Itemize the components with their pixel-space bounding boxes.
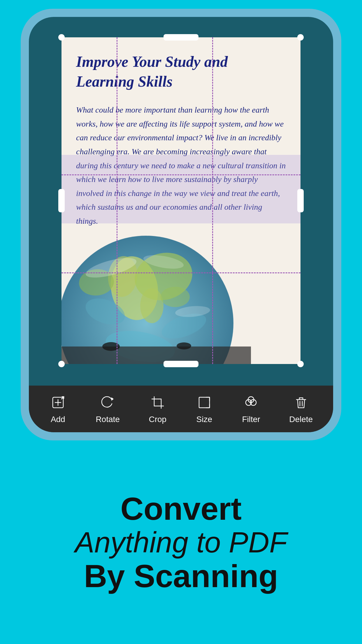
add-icon — [49, 394, 67, 411]
toolbar-item-filter[interactable]: Filter — [242, 394, 260, 424]
document-title: Improve Your Study and Learning Skills — [76, 52, 286, 91]
dashed-line-v2 — [212, 37, 213, 364]
bottom-section: Convert Anything to PDF By Scanning — [0, 440, 362, 644]
side-handle-bottom[interactable] — [164, 361, 198, 367]
phone-inner: Improve Your Study and Learning Skills W… — [29, 17, 333, 432]
svg-rect-30 — [199, 397, 210, 408]
side-handle-top[interactable] — [164, 34, 198, 41]
corner-handle-bl[interactable] — [58, 361, 65, 367]
delete-icon — [292, 394, 310, 411]
highlight-region — [61, 155, 301, 223]
phone-wrapper: Improve Your Study and Learning Skills W… — [21, 9, 341, 440]
crop-frame: Improve Your Study and Learning Skills W… — [61, 37, 301, 364]
document-page: Improve Your Study and Learning Skills W… — [61, 37, 301, 364]
screen-content: Improve Your Study and Learning Skills W… — [29, 32, 333, 386]
filter-label: Filter — [242, 415, 260, 424]
earth-globe — [61, 224, 251, 364]
convert-tagline: By Scanning — [84, 558, 278, 594]
svg-point-17 — [177, 342, 191, 349]
convert-subtitle: Anything to PDF — [75, 526, 287, 558]
toolbar-item-size[interactable]: Size — [196, 394, 213, 424]
notch — [158, 22, 204, 32]
svg-point-10 — [161, 287, 190, 307]
toolbar-item-add[interactable]: Add — [49, 394, 67, 424]
add-label: Add — [51, 415, 65, 424]
delete-label: Delete — [289, 415, 313, 424]
size-label: Size — [196, 415, 212, 424]
size-icon — [196, 394, 213, 411]
svg-marker-24 — [111, 397, 114, 401]
notch-area — [29, 17, 333, 32]
crop-icon — [149, 394, 166, 411]
rotate-icon — [99, 394, 117, 411]
dashed-line-h1 — [61, 174, 301, 175]
toolbar-item-crop[interactable]: Crop — [149, 394, 166, 424]
corner-handle-tr[interactable] — [297, 34, 304, 41]
corner-handle-br[interactable] — [297, 361, 304, 367]
toolbar-item-delete[interactable]: Delete — [289, 394, 313, 424]
side-handle-right[interactable] — [297, 189, 304, 212]
rotate-label: Rotate — [96, 415, 120, 424]
svg-rect-15 — [61, 346, 251, 364]
dashed-line-v1 — [117, 37, 117, 364]
side-handle-left[interactable] — [58, 189, 65, 212]
svg-point-5 — [140, 288, 164, 323]
crop-label: Crop — [149, 415, 166, 424]
dashed-line-h2 — [61, 272, 301, 273]
corner-handle-tl[interactable] — [58, 34, 65, 41]
toolbar: Add Rotate — [29, 386, 333, 432]
filter-icon — [242, 394, 260, 411]
convert-title: Convert — [120, 491, 242, 526]
toolbar-item-rotate[interactable]: Rotate — [96, 394, 120, 424]
svg-rect-29 — [154, 399, 161, 406]
